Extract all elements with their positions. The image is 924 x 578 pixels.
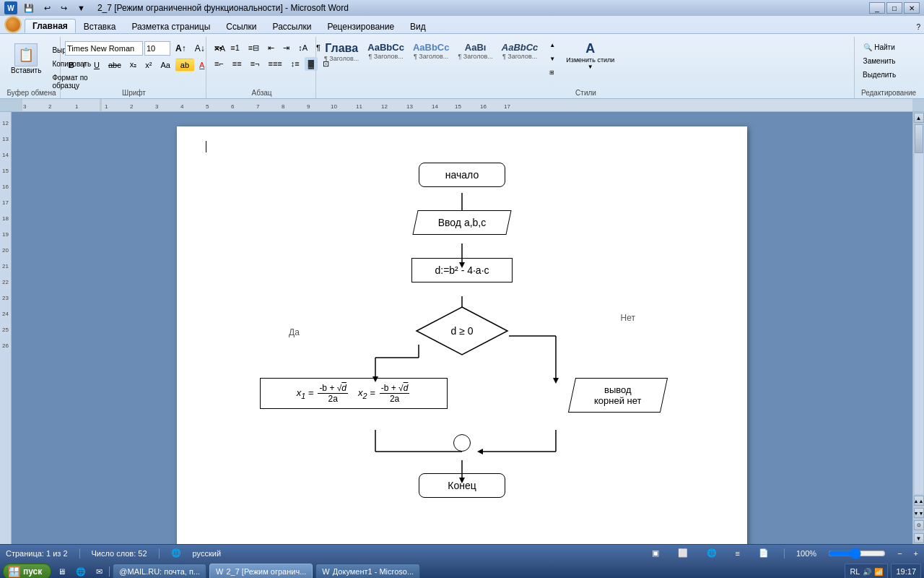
zoom-slider[interactable]	[828, 548, 886, 559]
scroll-up-button[interactable]: ▲	[914, 113, 924, 123]
align-center-button[interactable]: ≡≡	[229, 57, 245, 71]
style-heading1-button[interactable]: Глава ¶ Заголов...	[321, 40, 362, 64]
zoom-out-icon[interactable]: −	[897, 549, 902, 558]
save-button[interactable]: 💾	[20, 1, 38, 15]
font-size-input[interactable]	[144, 41, 170, 56]
justify-button[interactable]: ≡≡≡	[265, 57, 286, 71]
customize-button[interactable]: ▼	[74, 1, 89, 14]
status-bar: Страница: 1 из 2 Число слов: 52 🌐 русски…	[0, 544, 924, 561]
vertical-scrollbar[interactable]: ▲ ▲▲ ▼▼ ⊙ ▼	[912, 112, 924, 544]
locale-indicator: RL	[850, 567, 860, 576]
style-heading3-button[interactable]: AaBbCс ¶ Заголов...	[409, 40, 453, 62]
styles-scroll-up[interactable]: ▲	[546, 40, 559, 51]
superscript-button[interactable]: x²	[141, 59, 155, 72]
tab-insert[interactable]: Вставка	[76, 20, 124, 33]
tab-page-layout[interactable]: Разметка страницы	[123, 20, 218, 33]
scroll-thumb[interactable]	[915, 124, 923, 153]
ribbon: Главная Вставка Разметка страницы Ссылки…	[0, 16, 924, 99]
minimize-button[interactable]: _	[869, 2, 885, 14]
svg-text:2: 2	[48, 103, 52, 110]
editing-group: 🔍 Найти Заменить Выделить Редактирование	[856, 37, 921, 98]
paste-button[interactable]: 📋 Вставить	[6, 41, 46, 77]
style-heading2-button[interactable]: AaBbCс ¶ Заголов...	[364, 40, 408, 62]
styles-more[interactable]: ⊞	[546, 67, 559, 78]
scroll-down-button[interactable]: ▼	[914, 533, 924, 543]
sort-button[interactable]: ↕A	[295, 41, 311, 55]
ribbon-help-button[interactable]: ?	[912, 21, 924, 33]
svg-text:17: 17	[504, 103, 510, 110]
font-grow-button[interactable]: A↑	[172, 41, 190, 56]
shading-button[interactable]: ▓	[305, 57, 318, 71]
app-logo: W	[4, 1, 17, 14]
maximize-button[interactable]: □	[886, 2, 902, 14]
multilevel-button[interactable]: ≡⊟	[245, 41, 263, 55]
bullets-button[interactable]: ≡•	[211, 41, 225, 55]
underline-button[interactable]: U	[90, 59, 103, 72]
start-button[interactable]: 🪟 пуск	[3, 564, 51, 578]
scroll-page-up-button[interactable]: ▲▲	[914, 496, 924, 506]
font-color-button[interactable]: A	[196, 59, 208, 72]
decrease-indent-button[interactable]: ⇤	[264, 41, 278, 55]
increase-indent-button[interactable]: ⇥	[279, 41, 293, 55]
view-draft-button[interactable]: 📄	[755, 546, 772, 560]
svg-text:4: 4	[180, 103, 184, 110]
word-icon-small2: W	[322, 567, 329, 576]
font-group: A↑ A↓ ✕A B I U abc x₂ x² Aa ab A Шрифт	[62, 37, 206, 98]
highlight-button[interactable]: ab	[175, 59, 194, 72]
svg-rect-4	[100, 99, 102, 111]
change-styles-button[interactable]: A Изменить стили ▼	[563, 40, 617, 72]
font-shrink-button[interactable]: A↓	[191, 41, 209, 56]
view-web-button[interactable]: 🌐	[703, 546, 720, 560]
ribbon-content: 📋 Вставить Вырезать Копировать Формат по…	[0, 33, 924, 98]
tab-view[interactable]: Вид	[402, 20, 434, 33]
taskbar-item-word2[interactable]: W Документ1 - Microso...	[315, 564, 420, 578]
tab-mailings[interactable]: Рассылки	[265, 20, 320, 33]
browser-button[interactable]: 🌐	[72, 565, 90, 579]
align-right-button[interactable]: ≡¬	[247, 57, 263, 71]
scroll-page-down-button[interactable]: ▼▼	[914, 508, 924, 518]
show-desktop-button[interactable]: 🖥	[54, 565, 69, 578]
style-heading4-button[interactable]: AaBı ¶ Заголов...	[454, 40, 496, 62]
font-name-input[interactable]	[65, 41, 143, 56]
close-button[interactable]: ✕	[904, 2, 920, 14]
select-button[interactable]: Выделить	[859, 69, 899, 81]
document-area[interactable]: начало Ввод a,b,c	[12, 112, 912, 544]
taskbar: 🪟 пуск 🖥 🌐 ✉ @MAIL.RU: почта, п... W 2_7…	[0, 561, 924, 578]
replace-button[interactable]: Заменить	[860, 55, 899, 67]
view-print-button[interactable]: ▣	[648, 546, 663, 560]
office-button[interactable]	[4, 16, 22, 33]
bold-button[interactable]: B	[65, 59, 78, 72]
line-spacing-button[interactable]: ↕≡	[287, 57, 303, 71]
scroll-track[interactable]	[915, 124, 923, 494]
clock[interactable]: 19:17	[891, 564, 921, 578]
tab-review[interactable]: Рецензирование	[319, 20, 402, 33]
zoom-in-icon[interactable]: +	[914, 549, 918, 558]
undo-button[interactable]: ↩	[40, 1, 54, 15]
styles-label: Стили	[318, 89, 854, 97]
align-left-button[interactable]: ≡⌐	[211, 57, 227, 71]
paragraph-group: ≡• ≡1 ≡⊟ ⇤ ⇥ ↕A ¶ ≡⌐ ≡≡ ≡¬ ≡≡≡ ↕≡ ▓ ⊡	[208, 37, 316, 98]
style-heading5-button[interactable]: AaBbCс ¶ Заголов...	[498, 40, 542, 62]
view-outline-button[interactable]: ≡	[732, 547, 744, 560]
system-tray[interactable]: RL 🔊 📶	[845, 564, 888, 578]
redo-button[interactable]: ↪	[57, 1, 71, 15]
decision-shape: d ≥ 0	[415, 306, 509, 356]
view-fullscreen-button[interactable]: ⬜	[674, 546, 692, 560]
numbering-button[interactable]: ≡1	[227, 41, 243, 55]
taskbar-item-mail[interactable]: @MAIL.RU: почта, п...	[113, 564, 206, 578]
styles-scroll-down[interactable]: ▼	[546, 53, 559, 64]
tab-home[interactable]: Главная	[25, 19, 76, 33]
italic-button[interactable]: I	[79, 59, 89, 72]
taskbar-item-word1[interactable]: W 2_7 [Режим огранич...	[209, 564, 313, 578]
next-page-button[interactable]: ⊙	[914, 520, 924, 530]
tab-references[interactable]: Ссылки	[218, 20, 264, 33]
svg-text:3: 3	[155, 103, 159, 110]
change-case-button[interactable]: Aa	[157, 59, 173, 72]
formula-box: x1 = -b + √d 2a x2 = -b + √d 2a	[260, 378, 448, 409]
strikethrough-button[interactable]: abc	[105, 59, 125, 72]
mail-button[interactable]: ✉	[92, 565, 106, 579]
svg-text:7: 7	[256, 103, 260, 110]
find-button[interactable]: 🔍 Найти	[860, 41, 898, 53]
subscript-button[interactable]: x₂	[126, 58, 141, 72]
clipboard-group: 📋 Вставить Вырезать Копировать Формат по…	[3, 37, 61, 98]
